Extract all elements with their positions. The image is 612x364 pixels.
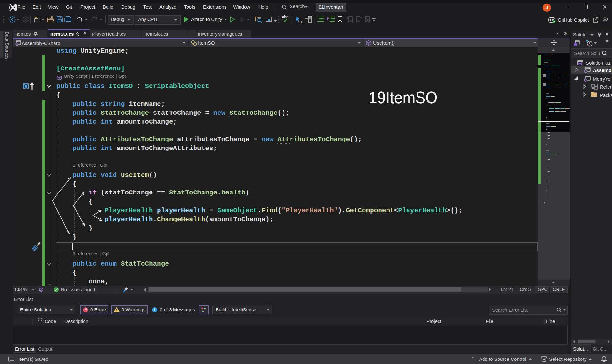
svg-text:9: 9 <box>327 16 329 21</box>
